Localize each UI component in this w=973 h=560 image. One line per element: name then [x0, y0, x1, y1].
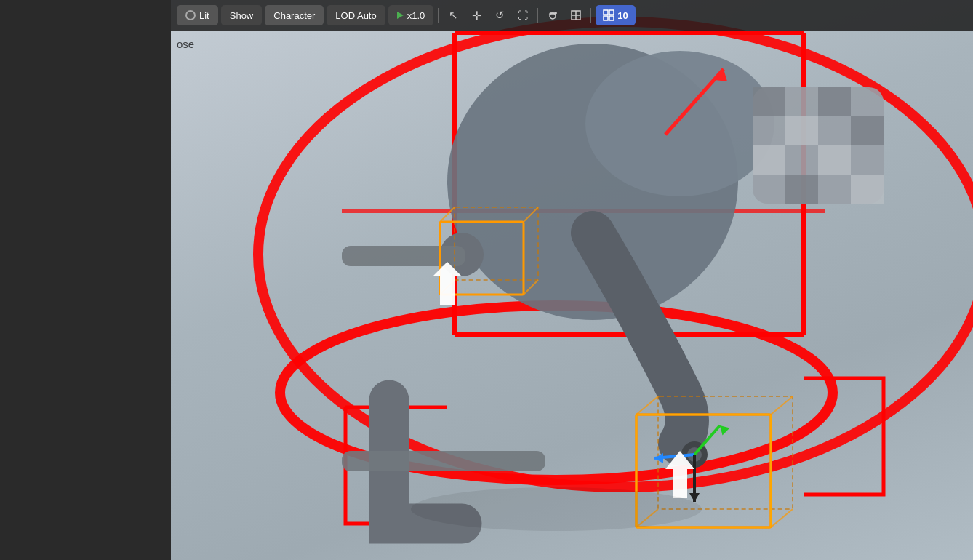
svg-rect-17	[785, 175, 818, 204]
lod-label: LOD Auto	[335, 10, 376, 21]
svg-rect-52	[604, 16, 608, 20]
scale-tool-button[interactable]: ⛶	[513, 5, 533, 25]
lit-button[interactable]: Lit	[177, 5, 218, 25]
svg-rect-14	[785, 116, 818, 145]
svg-rect-13	[851, 116, 884, 145]
pose-label: ose	[177, 38, 194, 50]
svg-rect-11	[753, 87, 785, 116]
grid-icon	[603, 9, 614, 21]
show-label: Show	[230, 10, 254, 21]
mesh-button[interactable]	[566, 5, 586, 25]
cursor-icon: ↖	[449, 9, 458, 22]
play-icon	[397, 12, 404, 19]
camera-button[interactable]	[542, 5, 563, 25]
lit-label: Lit	[199, 10, 209, 21]
camera-icon	[546, 9, 559, 22]
svg-point-9	[585, 51, 774, 196]
left-panel	[0, 0, 171, 560]
svg-point-47	[411, 487, 702, 531]
svg-point-49	[556, 12, 557, 14]
svg-line-35	[771, 509, 793, 527]
scene-svg	[171, 0, 973, 560]
toolbar-separator-1	[438, 8, 439, 23]
scale-icon: ⛶	[518, 9, 528, 21]
character-button[interactable]: Character	[265, 5, 324, 25]
svg-rect-21	[342, 451, 545, 471]
lod-button[interactable]: LOD Auto	[327, 5, 385, 25]
svg-marker-43	[689, 493, 700, 502]
character-label: Character	[273, 10, 315, 21]
svg-rect-15	[753, 145, 785, 175]
toolbar-separator-2	[537, 8, 538, 23]
svg-rect-51	[609, 10, 614, 15]
viewport[interactable]: ose Lit Show Character LOD Auto x1.0 ↖	[171, 0, 973, 560]
rotate-tool-button[interactable]: ↺	[489, 5, 510, 25]
svg-rect-18	[851, 175, 884, 204]
moon-icon	[185, 10, 196, 20]
svg-line-33	[771, 396, 793, 415]
svg-rect-53	[609, 16, 614, 20]
play-speed-label: x1.0	[407, 10, 425, 21]
rotate-icon: ↺	[495, 9, 505, 22]
svg-rect-16	[818, 145, 851, 175]
play-button[interactable]: x1.0	[388, 5, 434, 25]
show-button[interactable]: Show	[221, 5, 263, 25]
move-tool-button[interactable]: ✛	[466, 5, 486, 25]
grid-count-label: 10	[617, 10, 628, 21]
svg-rect-50	[604, 10, 608, 15]
move-icon: ✛	[472, 9, 481, 23]
svg-rect-12	[818, 87, 851, 116]
mesh-icon	[569, 9, 582, 22]
select-tool-button[interactable]: ↖	[443, 5, 463, 25]
toolbar-separator-3	[590, 8, 591, 23]
toolbar: Lit Show Character LOD Auto x1.0 ↖ ✛	[171, 0, 973, 31]
grid-button[interactable]: 10	[596, 5, 635, 25]
svg-line-32	[636, 396, 658, 415]
